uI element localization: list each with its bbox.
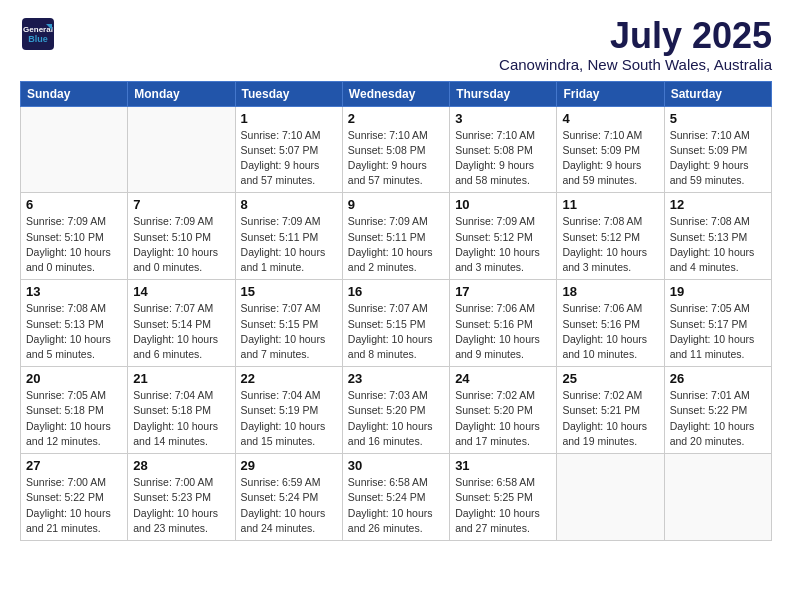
day-number: 8 [241,197,337,212]
day-number: 21 [133,371,229,386]
day-number: 2 [348,111,444,126]
day-number: 19 [670,284,766,299]
day-info: Sunrise: 6:58 AM Sunset: 5:24 PM Dayligh… [348,475,444,536]
day-number: 18 [562,284,658,299]
day-info: Sunrise: 7:00 AM Sunset: 5:22 PM Dayligh… [26,475,122,536]
day-info: Sunrise: 6:58 AM Sunset: 5:25 PM Dayligh… [455,475,551,536]
day-number: 6 [26,197,122,212]
calendar-day-cell: 3Sunrise: 7:10 AM Sunset: 5:08 PM Daylig… [450,106,557,193]
calendar-body: 1Sunrise: 7:10 AM Sunset: 5:07 PM Daylig… [21,106,772,540]
calendar-day-cell: 17Sunrise: 7:06 AM Sunset: 5:16 PM Dayli… [450,280,557,367]
day-number: 15 [241,284,337,299]
calendar-header-row: SundayMondayTuesdayWednesdayThursdayFrid… [21,81,772,106]
calendar-day-cell: 8Sunrise: 7:09 AM Sunset: 5:11 PM Daylig… [235,193,342,280]
day-number: 30 [348,458,444,473]
month-year: July 2025 [499,16,772,56]
calendar-day-cell: 19Sunrise: 7:05 AM Sunset: 5:17 PM Dayli… [664,280,771,367]
day-number: 14 [133,284,229,299]
day-number: 24 [455,371,551,386]
day-number: 12 [670,197,766,212]
day-number: 20 [26,371,122,386]
calendar-day-cell: 10Sunrise: 7:09 AM Sunset: 5:12 PM Dayli… [450,193,557,280]
calendar-day-cell: 11Sunrise: 7:08 AM Sunset: 5:12 PM Dayli… [557,193,664,280]
day-number: 23 [348,371,444,386]
calendar-week-row: 20Sunrise: 7:05 AM Sunset: 5:18 PM Dayli… [21,367,772,454]
calendar-day-cell: 18Sunrise: 7:06 AM Sunset: 5:16 PM Dayli… [557,280,664,367]
calendar-day-cell: 21Sunrise: 7:04 AM Sunset: 5:18 PM Dayli… [128,367,235,454]
calendar-week-row: 13Sunrise: 7:08 AM Sunset: 5:13 PM Dayli… [21,280,772,367]
day-info: Sunrise: 7:09 AM Sunset: 5:11 PM Dayligh… [241,214,337,275]
calendar-day-cell: 15Sunrise: 7:07 AM Sunset: 5:15 PM Dayli… [235,280,342,367]
day-number: 7 [133,197,229,212]
day-number: 10 [455,197,551,212]
logo-icon: General Blue [20,16,56,52]
day-info: Sunrise: 7:07 AM Sunset: 5:15 PM Dayligh… [348,301,444,362]
day-number: 1 [241,111,337,126]
calendar-day-cell: 29Sunrise: 6:59 AM Sunset: 5:24 PM Dayli… [235,454,342,541]
day-info: Sunrise: 7:02 AM Sunset: 5:20 PM Dayligh… [455,388,551,449]
calendar-day-header: Sunday [21,81,128,106]
calendar-day-cell: 5Sunrise: 7:10 AM Sunset: 5:09 PM Daylig… [664,106,771,193]
day-number: 26 [670,371,766,386]
calendar-day-cell: 26Sunrise: 7:01 AM Sunset: 5:22 PM Dayli… [664,367,771,454]
day-info: Sunrise: 7:08 AM Sunset: 5:12 PM Dayligh… [562,214,658,275]
calendar-day-cell: 27Sunrise: 7:00 AM Sunset: 5:22 PM Dayli… [21,454,128,541]
title-block: July 2025 Canowindra, New South Wales, A… [499,16,772,73]
logo: General Blue [20,16,56,52]
day-info: Sunrise: 7:10 AM Sunset: 5:09 PM Dayligh… [670,128,766,189]
calendar-day-cell: 16Sunrise: 7:07 AM Sunset: 5:15 PM Dayli… [342,280,449,367]
day-number: 4 [562,111,658,126]
day-info: Sunrise: 7:05 AM Sunset: 5:17 PM Dayligh… [670,301,766,362]
day-info: Sunrise: 7:07 AM Sunset: 5:15 PM Dayligh… [241,301,337,362]
calendar-day-header: Monday [128,81,235,106]
day-info: Sunrise: 7:04 AM Sunset: 5:18 PM Dayligh… [133,388,229,449]
day-number: 16 [348,284,444,299]
calendar-day-header: Tuesday [235,81,342,106]
day-number: 31 [455,458,551,473]
calendar-day-header: Friday [557,81,664,106]
day-number: 25 [562,371,658,386]
calendar-day-cell: 6Sunrise: 7:09 AM Sunset: 5:10 PM Daylig… [21,193,128,280]
day-info: Sunrise: 7:03 AM Sunset: 5:20 PM Dayligh… [348,388,444,449]
calendar-day-cell [128,106,235,193]
calendar-day-cell: 20Sunrise: 7:05 AM Sunset: 5:18 PM Dayli… [21,367,128,454]
calendar-week-row: 27Sunrise: 7:00 AM Sunset: 5:22 PM Dayli… [21,454,772,541]
calendar-day-header: Saturday [664,81,771,106]
day-number: 11 [562,197,658,212]
day-info: Sunrise: 7:02 AM Sunset: 5:21 PM Dayligh… [562,388,658,449]
calendar-day-header: Wednesday [342,81,449,106]
day-info: Sunrise: 7:00 AM Sunset: 5:23 PM Dayligh… [133,475,229,536]
day-info: Sunrise: 6:59 AM Sunset: 5:24 PM Dayligh… [241,475,337,536]
calendar-day-cell: 4Sunrise: 7:10 AM Sunset: 5:09 PM Daylig… [557,106,664,193]
calendar-day-cell: 31Sunrise: 6:58 AM Sunset: 5:25 PM Dayli… [450,454,557,541]
day-number: 27 [26,458,122,473]
day-info: Sunrise: 7:06 AM Sunset: 5:16 PM Dayligh… [455,301,551,362]
day-number: 29 [241,458,337,473]
day-info: Sunrise: 7:06 AM Sunset: 5:16 PM Dayligh… [562,301,658,362]
calendar-day-cell: 14Sunrise: 7:07 AM Sunset: 5:14 PM Dayli… [128,280,235,367]
calendar-day-cell: 2Sunrise: 7:10 AM Sunset: 5:08 PM Daylig… [342,106,449,193]
calendar-day-cell [557,454,664,541]
calendar-day-cell: 23Sunrise: 7:03 AM Sunset: 5:20 PM Dayli… [342,367,449,454]
calendar-day-cell: 12Sunrise: 7:08 AM Sunset: 5:13 PM Dayli… [664,193,771,280]
day-info: Sunrise: 7:09 AM Sunset: 5:10 PM Dayligh… [26,214,122,275]
day-info: Sunrise: 7:09 AM Sunset: 5:10 PM Dayligh… [133,214,229,275]
calendar-day-cell: 28Sunrise: 7:00 AM Sunset: 5:23 PM Dayli… [128,454,235,541]
day-info: Sunrise: 7:10 AM Sunset: 5:09 PM Dayligh… [562,128,658,189]
calendar-table: SundayMondayTuesdayWednesdayThursdayFrid… [20,81,772,541]
calendar-day-cell: 22Sunrise: 7:04 AM Sunset: 5:19 PM Dayli… [235,367,342,454]
day-number: 3 [455,111,551,126]
location: Canowindra, New South Wales, Australia [499,56,772,73]
day-info: Sunrise: 7:01 AM Sunset: 5:22 PM Dayligh… [670,388,766,449]
calendar-day-cell: 1Sunrise: 7:10 AM Sunset: 5:07 PM Daylig… [235,106,342,193]
calendar-week-row: 6Sunrise: 7:09 AM Sunset: 5:10 PM Daylig… [21,193,772,280]
calendar-week-row: 1Sunrise: 7:10 AM Sunset: 5:07 PM Daylig… [21,106,772,193]
calendar-day-cell [21,106,128,193]
day-number: 22 [241,371,337,386]
day-info: Sunrise: 7:08 AM Sunset: 5:13 PM Dayligh… [670,214,766,275]
day-number: 5 [670,111,766,126]
day-info: Sunrise: 7:10 AM Sunset: 5:08 PM Dayligh… [348,128,444,189]
calendar-day-cell: 30Sunrise: 6:58 AM Sunset: 5:24 PM Dayli… [342,454,449,541]
day-number: 9 [348,197,444,212]
svg-text:Blue: Blue [28,34,48,44]
